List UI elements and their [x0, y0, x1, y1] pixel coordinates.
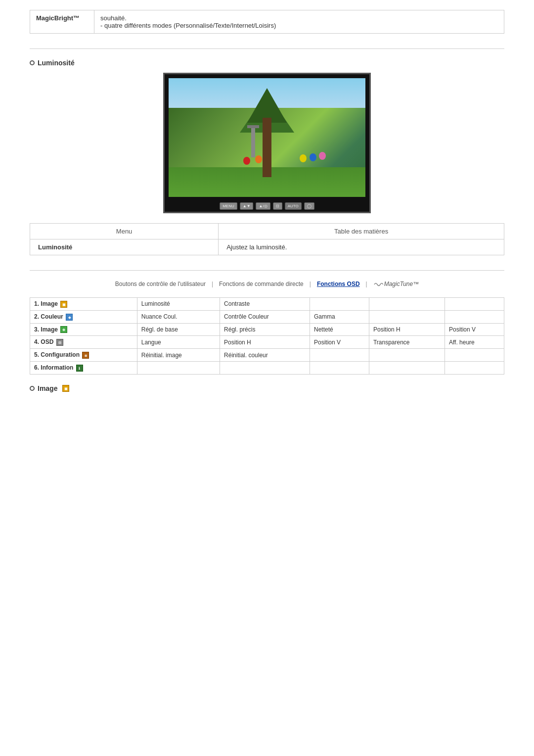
nav-link-2[interactable]: Fonctions de commande directe: [219, 281, 304, 287]
osd-row6-col3: [220, 362, 310, 375]
osd-row5-col5: [369, 349, 445, 362]
select-btn[interactable]: ⊡: [273, 202, 282, 210]
osd-row2-col4: Gamma: [310, 310, 369, 323]
osd-row-5: 5. Configuration ⊞ Réinitial. image Réin…: [30, 349, 504, 362]
osd-row5-col3: Réinitial. couleur: [220, 349, 310, 362]
menu-btn[interactable]: MENU: [220, 202, 237, 210]
menu-row1-col1: Luminosité: [30, 239, 219, 255]
osd-row3-col5: Position H: [369, 323, 445, 336]
monitor-container: MENU ▲▼ ▲/◎ ⊡ AUTO ◯: [30, 73, 504, 213]
nav-bar: Boutons de contrôle de l'utilisateur | F…: [30, 281, 504, 287]
menu-row1-col2: Ajustez la luminosité.: [219, 239, 504, 255]
luminosite-section: Luminosité MENU: [30, 59, 504, 213]
image-section-title: Image ▣: [30, 384, 504, 392]
osd-row1-col3: Contraste: [220, 298, 310, 311]
osd-row5-col2: Réinitial. image: [137, 349, 220, 362]
auto-btn[interactable]: AUTO: [285, 202, 302, 210]
osd-table: 1. Image ▣ Luminosité Contraste 2. Coule…: [30, 297, 504, 375]
osd-row1-col6: [445, 298, 504, 311]
nav-link-1[interactable]: Boutons de contrôle de l'utilisateur: [115, 281, 206, 287]
osd-row6-col5: [369, 362, 445, 375]
osd-row4-col4: Position V: [310, 336, 369, 349]
osd-row3-col6: Position V: [445, 323, 504, 336]
magic-bright-label: MagicBright™: [30, 10, 94, 34]
osd-row6-col1: 6. Information ℹ: [30, 362, 137, 375]
nav-link-3[interactable]: Fonctions OSD: [317, 281, 360, 287]
divider-2: [30, 270, 504, 271]
image-icon-2: ⊕: [60, 326, 67, 333]
nav-link-4[interactable]: MagicTune™: [373, 281, 419, 287]
circle-icon-2: [30, 386, 35, 391]
osd-row6-col4: [310, 362, 369, 375]
config-icon: ⊞: [82, 352, 89, 359]
osd-row6-col2: [137, 362, 220, 375]
image-section: Image ▣: [30, 384, 504, 392]
osd-row2-col1: 2. Couleur ◈: [30, 310, 137, 323]
magic-bright-table: MagicBright™ souhaité. - quatre différen…: [30, 10, 504, 34]
image-section-icon: ▣: [62, 385, 69, 392]
luminosite-title: Luminosité: [30, 59, 504, 67]
osd-row6-col6: [445, 362, 504, 375]
osd-row3-col4: Netteté: [310, 323, 369, 336]
osd-row3-col2: Régl. de base: [137, 323, 220, 336]
osd-row4-col2: Langue: [137, 336, 220, 349]
osd-row5-col4: [310, 349, 369, 362]
menu-header-col1: Menu: [30, 224, 219, 239]
nav-sep-1: |: [212, 281, 213, 287]
osd-row1-col2: Luminosité: [137, 298, 220, 311]
osd-row2-col6: [445, 310, 504, 323]
osd-row2-col3: Contrôle Couleur: [220, 310, 310, 323]
osd-row-3: 3. Image ⊕ Régl. de base Régl. précis Ne…: [30, 323, 504, 336]
osd-row-2: 2. Couleur ◈ Nuance Coul. Contrôle Coule…: [30, 310, 504, 323]
osd-row3-col3: Régl. précis: [220, 323, 310, 336]
osd-row4-col3: Position H: [220, 336, 310, 349]
brightness-btn[interactable]: ▲▼: [240, 202, 254, 210]
osd-row3-col1: 3. Image ⊕: [30, 323, 137, 336]
osd-row4-col1: 4. OSD ⊟: [30, 336, 137, 349]
osd-row2-col5: [369, 310, 445, 323]
volume-btn[interactable]: ▲/◎: [256, 202, 270, 210]
image-icon-1: ▣: [60, 301, 67, 308]
osd-row-4: 4. OSD ⊟ Langue Position H Position V Tr…: [30, 336, 504, 349]
nav-sep-2: |: [310, 281, 311, 287]
monitor-frame: MENU ▲▼ ▲/◎ ⊡ AUTO ◯: [163, 73, 371, 213]
osd-row1-col5: [369, 298, 445, 311]
nav-sep-3: |: [366, 281, 367, 287]
info-icon: ℹ: [76, 365, 83, 372]
menu-table: Menu Table des matières Luminosité Ajust…: [30, 223, 504, 255]
monitor-controls: MENU ▲▼ ▲/◎ ⊡ AUTO ◯: [220, 202, 314, 210]
osd-row4-col6: Aff. heure: [445, 336, 504, 349]
osd-row5-col6: [445, 349, 504, 362]
monitor-screen: [169, 78, 365, 197]
magic-bright-content: souhaité. - quatre différents modes (Per…: [94, 10, 504, 34]
osd-row-6: 6. Information ℹ: [30, 362, 504, 375]
osd-row5-col1: 5. Configuration ⊞: [30, 349, 137, 362]
osd-icon: ⊟: [56, 339, 63, 346]
power-btn[interactable]: ◯: [304, 202, 314, 210]
divider-1: [30, 48, 504, 49]
osd-row1-col4: [310, 298, 369, 311]
osd-row1-col1: 1. Image ▣: [30, 298, 137, 311]
menu-header-col2: Table des matières: [219, 224, 504, 239]
couleur-icon: ◈: [66, 314, 73, 321]
circle-icon: [30, 60, 35, 65]
osd-row-1: 1. Image ▣ Luminosité Contraste: [30, 298, 504, 311]
osd-row2-col2: Nuance Coul.: [137, 310, 220, 323]
osd-row4-col5: Transparence: [369, 336, 445, 349]
